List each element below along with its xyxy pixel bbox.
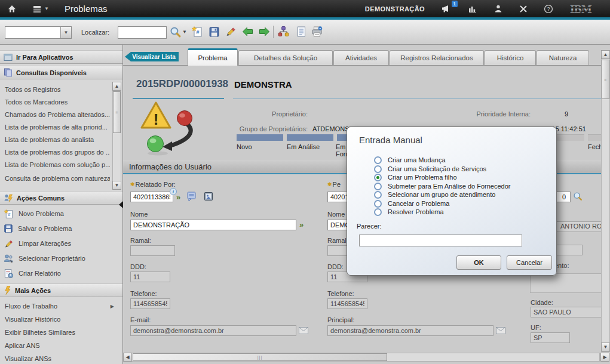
detail-menu-icon[interactable]: » [299,221,304,229]
action-similar-tickets[interactable]: Exibir Bilhetes Similares [0,326,110,338]
radio-criar-problema-filho[interactable] [374,174,382,181]
radio-option-label[interactable]: Criar uma Mudança [388,156,446,164]
name-input[interactable] [130,220,296,230]
action-view-slas[interactable]: Visualizar ANSs [0,353,110,364]
sidebar-header-more-actions[interactable]: Mais Ações [0,283,122,297]
action-apply-sla[interactable]: Aplicar ANS [0,340,110,351]
workflow-icon[interactable] [276,24,290,39]
sidebar-query-item[interactable]: Lista de problemas de alta priorid... [0,121,110,133]
radio-submeter-analise-fornecedor[interactable] [374,183,382,190]
next-record-icon[interactable] [257,24,271,39]
radio-criar-solicitacao[interactable] [374,165,382,173]
tab-detalhes-da-solucao[interactable]: Detalhes da Solução [238,50,333,65]
action-workflow-menu[interactable]: Fluxo de Trabalho ▶ [0,300,122,312]
phone-input[interactable] [130,298,170,309]
reports-icon[interactable] [468,4,477,13]
email-icon[interactable] [299,327,308,334]
workflow-history-icon[interactable] [294,24,308,39]
scroll-left-icon[interactable]: ◀ [123,353,132,362]
radio-resolver-problema[interactable] [374,208,382,216]
announcements-icon[interactable]: 1 [441,4,452,14]
scroll-up-icon[interactable]: ▲ [601,50,610,59]
profile-icon[interactable] [493,4,503,13]
cancel-button[interactable]: Cancelar [507,255,552,270]
sidebar-query-item[interactable]: Chamados do Problema alterados... [0,109,110,121]
tab-problema[interactable]: Problema [188,48,238,66]
radio-selecionar-grupo[interactable] [374,191,382,199]
tab-natureza[interactable]: Natureza [537,50,589,65]
sidebar-header-queries[interactable]: Consultas Disponíveis [0,66,122,79]
radio-option-label[interactable]: Selecionar um grupo de atendimento [388,191,495,198]
sidebar-scroll-up-icon[interactable]: ▲ [112,82,121,91]
city-input[interactable] [531,307,610,317]
flow-segment [588,134,601,141]
sidebar-query-item[interactable]: Todos os Registros [0,84,110,95]
print-icon[interactable] [309,24,324,39]
logged-user-label[interactable]: DEMONSTRAÇÃO [365,5,425,13]
action-save-problem[interactable]: Salvar o Problema [0,222,122,235]
scroll-right-icon[interactable]: ▶ [600,353,609,362]
info-badge-icon[interactable]: i [170,188,177,195]
clear-changes-icon [4,239,14,249]
flow-segment [287,134,333,141]
radio-option-label[interactable]: Resolver Problema [388,208,444,215]
radio-cancelar-problema[interactable] [374,200,382,208]
query-select[interactable]: ▼ [5,26,72,39]
action-view-history[interactable]: Visualizar Histórico [0,313,110,325]
sidebar-header-common-actions[interactable]: Ações Comuns [0,191,122,205]
lookup-icon[interactable] [572,191,583,202]
principal-input[interactable] [327,325,493,336]
tab-historico[interactable]: Histórico [485,50,536,65]
attachments-icon[interactable] [203,191,214,202]
sidebar-query-item[interactable]: Consulta de problema com natureza [0,172,110,184]
action-create-report[interactable]: Criar Relatório [0,267,122,280]
previous-record-icon[interactable] [240,24,255,39]
uf-input[interactable] [531,332,570,343]
sidebar-header-go-to[interactable]: Ir Para Aplicativos [0,50,122,64]
radio-option-label[interactable]: Submeter para Em Análise do Fornecedor [388,183,510,190]
action-select-owner[interactable]: Selecionar Proprietário [0,252,122,265]
save-icon[interactable] [207,24,221,39]
radio-criar-mudanca[interactable] [374,156,382,164]
sidebar-scrollbar-thumb[interactable]: ≡ [113,91,121,133]
ddd-input[interactable] [130,272,170,282]
sidebar-query-item[interactable]: Lista de problemas do analista [0,134,110,146]
ramal-input[interactable] [130,245,175,256]
new-record-icon[interactable]: # [190,24,204,39]
sidebar-scroll-down-icon[interactable]: ▼ [112,181,121,190]
action-clear-changes[interactable]: Limpar Alterações [0,237,122,250]
parecer-input[interactable] [359,235,522,246]
radio-option-label[interactable]: Criar uma Solicitação de Serviços [388,165,486,172]
close-icon[interactable] [519,5,528,13]
tab-atividades[interactable]: Atividades [333,50,389,65]
query-select-caret-icon[interactable]: ▼ [60,27,71,38]
phone-input[interactable] [327,298,367,309]
detail-menu-icon[interactable]: » [176,193,180,201]
clear-changes-icon[interactable] [223,24,238,39]
find-input[interactable] [118,26,167,39]
sidebar-collapse-icon[interactable] [119,201,123,208]
search-options-caret-icon[interactable]: ▼ [181,24,188,39]
email-icon[interactable] [496,327,505,334]
reported-by-input[interactable] [130,192,173,202]
home-icon[interactable] [7,4,17,14]
radio-option-label[interactable]: Criar um Problema filho [388,174,457,181]
horizontal-scrollbar-thumb[interactable]: ||| [133,353,387,361]
ok-button[interactable]: OK [456,255,501,270]
tab-registros-relacionados[interactable]: Registros Relacionados [390,50,484,65]
view-list-badge[interactable]: Visualizar Lista [125,52,179,61]
vertical-scrollbar-thumb[interactable]: ≡ [602,60,609,99]
help-icon[interactable]: ? [544,4,553,14]
sidebar-query-item[interactable]: Todos os Marcadores [0,96,110,108]
department-field[interactable] [530,273,610,293]
radio-option-label[interactable]: Cancelar o Problema [388,200,449,207]
sidebar-query-item[interactable]: Lista de problemas dos grupos do ... [0,146,110,158]
sidebar-query-item[interactable]: Lista de Problemas com solução p... [0,159,110,171]
search-icon[interactable] [168,24,182,39]
scroll-down-icon[interactable]: ▼ [601,343,610,351]
email-input[interactable] [130,325,296,336]
action-new-problem[interactable]: # Novo Problema [0,207,122,220]
query-select-value[interactable] [5,27,64,38]
apps-menu-icon[interactable]: ▼ [32,4,49,14]
long-description-icon[interactable] [186,191,197,202]
